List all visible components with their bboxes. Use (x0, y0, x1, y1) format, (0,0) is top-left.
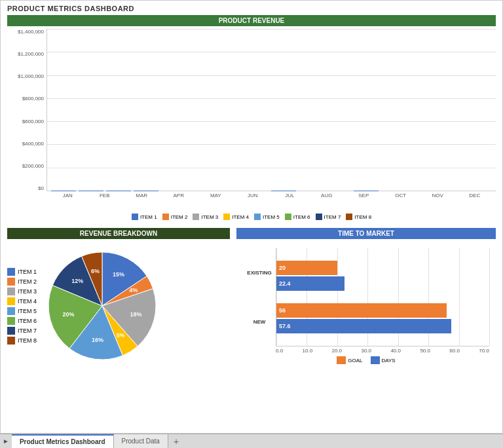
bar-chart-section: PRODUCT REVENUE $1,400,000 $1,200,000 $1… (1, 15, 502, 228)
pie-legend-item-7: ITEM 7 (7, 327, 37, 335)
pie-legend-item-3: ITEM 3 (7, 288, 37, 295)
pie-label-item-8: 6% (91, 268, 100, 274)
pie-label-item-3: 18% (130, 311, 141, 318)
hbar-value-label: 20 (279, 265, 286, 271)
hbar-xlabel: 30.0 (361, 348, 371, 354)
y-label-7: $1,400,000 (18, 29, 44, 35)
month-label-feb: FEB (92, 193, 117, 198)
legend-item-item-8: ITEM 8 (346, 214, 371, 220)
legend-item-item-3: ITEM 3 (193, 214, 218, 220)
bars-container (47, 29, 496, 191)
legend-item-item-1: ITEM 1 (132, 214, 157, 220)
pie-label-item-5: 16% (92, 337, 103, 343)
tab-product-data[interactable]: Product Data (114, 434, 168, 448)
legend-item-item-2: ITEM 2 (162, 214, 188, 220)
hbar-chart-title: TIME TO MARKET (236, 228, 496, 239)
hbar-main: EXISTING NEW 2022.45657.6 (243, 248, 489, 346)
hbar-legend: GOALDAYS (243, 356, 489, 364)
tab-bar: ► Product Metrics Dashboard Product Data… (0, 434, 503, 448)
hbar-legend-item-days: DAYS (371, 356, 396, 364)
pie-chart-section: REVENUE BREAKDOWN ITEM 1ITEM 2ITEM 3ITEM… (7, 228, 230, 371)
pie-label-item-7: 12% (71, 278, 83, 284)
bar-chart-area (47, 29, 496, 191)
hbar-row: 56 (276, 303, 489, 318)
hbar-fill: 57.6 (276, 319, 451, 333)
pie-label-item-2: 4% (129, 287, 138, 293)
main-content: PRODUCT METRICS DASHBOARD PRODUCT REVENU… (0, 0, 503, 434)
legend-item-item-6: ITEM 6 (285, 214, 310, 220)
hbar-chart-area: EXISTING NEW 2022.45657.6 0.010.020.030.… (236, 242, 496, 371)
hbar-row: 57.6 (276, 319, 489, 333)
y-label-3: $600,000 (22, 119, 44, 124)
y-label-0: $0 (38, 185, 44, 191)
pie-section: ITEM 1ITEM 2ITEM 3ITEM 4ITEM 5ITEM 6ITEM… (7, 242, 230, 370)
hbar-value-label: 56 (279, 307, 286, 314)
hbar-value-label: 57.6 (279, 323, 291, 329)
month-label-dec: DEC (462, 193, 487, 198)
legend-item-item-5: ITEM 5 (254, 214, 280, 220)
month-label-aug: AUG (314, 193, 339, 198)
month-label-jun: JUN (240, 193, 265, 198)
hbar-legend-item-goal: GOAL (337, 356, 362, 364)
hbar-y-existing: EXISTING (243, 270, 276, 276)
hbar-value-label: 22.4 (279, 280, 291, 287)
pie-label-item-4: 5% (117, 332, 125, 339)
hbar-y-new: NEW (243, 319, 276, 325)
pie-label-item-6: 20% (63, 311, 75, 318)
pie-legend-item-1: ITEM 1 (7, 268, 37, 276)
pie-legend-item-4: ITEM 4 (7, 297, 37, 305)
y-label-6: $1,200,000 (18, 51, 44, 57)
bottom-section: REVENUE BREAKDOWN ITEM 1ITEM 2ITEM 3ITEM… (1, 228, 502, 373)
hbar-row: 20 (276, 261, 489, 275)
pie-legend: ITEM 1ITEM 2ITEM 3ITEM 4ITEM 5ITEM 6ITEM… (7, 268, 37, 345)
hbar-chart-section: TIME TO MARKET EXISTING NEW 2022.45657.6 (236, 228, 496, 371)
tab-prev-arrow[interactable]: ► (0, 438, 12, 445)
month-label-oct: OCT (388, 193, 413, 198)
pie-svg: 15%4%18%5%16%20%12%6% (43, 247, 161, 365)
month-label-nov: NOV (425, 193, 450, 198)
page-title: PRODUCT METRICS DASHBOARD (1, 1, 502, 15)
month-label-jul: JUL (277, 193, 302, 198)
pie-chart-canvas: 15%4%18%5%16%20%12%6% (43, 247, 161, 365)
hbar-group-existing: 2022.4 (276, 261, 489, 291)
hbar-x-labels: 0.010.020.030.040.050.060.070.0 (243, 348, 489, 354)
hbar-xlabel: 40.0 (390, 348, 401, 354)
hbar-fill: 20 (276, 261, 337, 275)
hbar-xlabel: 50.0 (420, 348, 430, 354)
pie-legend-item-6: ITEM 6 (7, 317, 37, 325)
month-label-may: MAY (203, 193, 228, 198)
month-label-jan: JAN (55, 193, 80, 198)
pie-legend-item-8: ITEM 8 (7, 337, 37, 345)
hbar-xlabel: 70.0 (479, 348, 489, 354)
bar-chart-title: PRODUCT REVENUE (7, 15, 496, 26)
hbar-fill: 56 (276, 303, 447, 318)
hbar-fill: 22.4 (276, 276, 345, 291)
month-label-apr: APR (166, 193, 191, 198)
legend-item-item-7: ITEM 7 (316, 214, 341, 220)
tab-product-metrics-dashboard[interactable]: Product Metrics Dashboard (12, 434, 114, 448)
month-label-sep: SEP (351, 193, 376, 198)
y-axis: $1,400,000 $1,200,000 $1,000,000 $800,00… (7, 29, 47, 191)
hbar-xlabel: 0.0 (276, 348, 283, 354)
hbar-row: 22.4 (276, 276, 489, 291)
hbar-groups: 2022.45657.6 (276, 248, 489, 346)
hbar-bars-area: 2022.45657.6 (276, 248, 489, 346)
y-label-5: $1,000,000 (18, 73, 44, 79)
bar-legend: ITEM 1ITEM 2ITEM 3ITEM 4ITEM 5ITEM 6ITEM… (7, 211, 496, 223)
hbar-xlabel: 20.0 (331, 348, 342, 354)
pie-label-item-1: 15% (113, 271, 124, 278)
pie-legend-item-5: ITEM 5 (7, 307, 37, 315)
hbar-xlabel: 10.0 (303, 348, 313, 354)
hbar-y-labels: EXISTING NEW (243, 248, 276, 346)
legend-item-item-4: ITEM 4 (223, 214, 249, 220)
month-label-mar: MAR (129, 193, 154, 198)
tab-add-button[interactable]: + (168, 436, 184, 447)
month-labels: JANFEBMARAPRMAYJUNJULAUGSEPOCTNOVDEC (47, 193, 496, 198)
hbar-xlabel: 60.0 (449, 348, 460, 354)
pie-legend-item-2: ITEM 2 (7, 278, 37, 286)
pie-chart-title: REVENUE BREAKDOWN (7, 228, 230, 239)
hbar-group-new: 5657.6 (276, 303, 489, 333)
y-label-4: $800,000 (22, 96, 44, 102)
y-label-1: $200,000 (22, 163, 44, 169)
y-label-2: $400,000 (22, 141, 44, 147)
